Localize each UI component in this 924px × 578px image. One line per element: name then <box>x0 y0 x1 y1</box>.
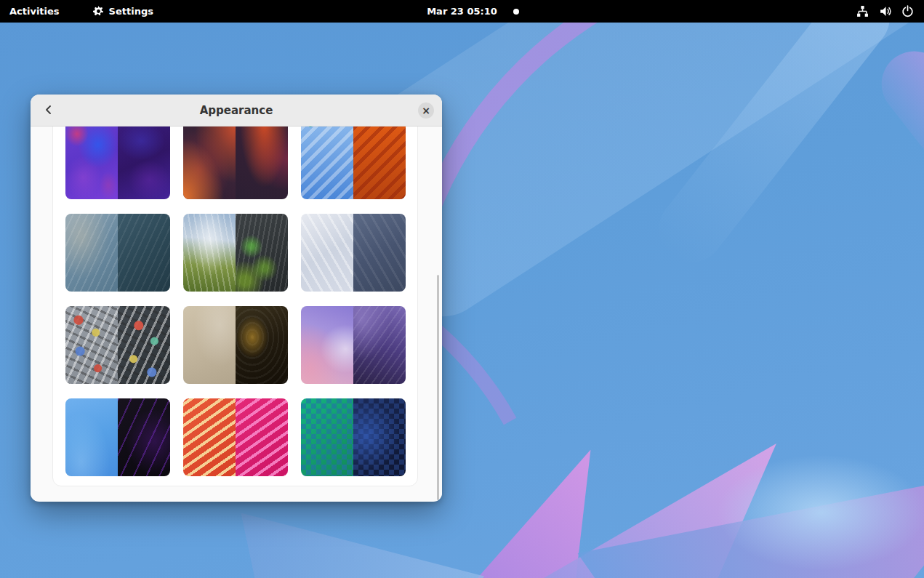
top-bar: Activities Settings Mar 23 05:10 <box>0 0 924 23</box>
clock-button[interactable]: Mar 23 05:10 <box>419 0 505 23</box>
wallpaper-thumbnail-gold[interactable] <box>183 306 288 384</box>
wallpaper-thumbnail-blobs[interactable] <box>65 127 170 199</box>
wallpaper-thumbnail-drool[interactable] <box>183 127 288 199</box>
wallpaper-thumbnail-checkers[interactable] <box>301 398 406 476</box>
system-menu-button[interactable] <box>846 0 924 23</box>
gear-icon <box>93 6 104 17</box>
back-button[interactable] <box>38 100 60 121</box>
status-dot <box>513 9 519 15</box>
window-title: Appearance <box>200 104 273 117</box>
top-bar-right <box>846 0 924 23</box>
top-bar-left: Activities Settings <box>0 0 163 23</box>
wallpaper-thumbnail-pills[interactable] <box>301 127 406 199</box>
volume-icon <box>879 5 891 17</box>
app-menu-label: Settings <box>109 6 153 17</box>
close-button[interactable]: × <box>418 103 434 119</box>
activities-button[interactable]: Activities <box>0 0 69 23</box>
wallpaper-grid <box>65 127 406 476</box>
wallpaper-card <box>52 127 418 486</box>
chevron-left-icon <box>44 105 54 117</box>
scrollbar[interactable] <box>437 275 439 500</box>
close-icon: × <box>422 105 430 116</box>
wallpaper-thumbnail-crystal[interactable] <box>183 214 288 292</box>
wallpaper-thumbnail-adw[interactable] <box>65 398 170 476</box>
wallpaper-thumbnail-feather[interactable] <box>301 214 406 292</box>
settings-window: Appearance × <box>31 95 442 502</box>
appearance-panel <box>31 127 442 501</box>
power-icon <box>901 5 914 17</box>
wallpaper-thumbnail-mosaic[interactable] <box>65 306 170 384</box>
wallpaper-shape <box>716 454 924 571</box>
app-menu-button[interactable]: Settings <box>84 0 163 23</box>
wallpaper-thumbnail-icy[interactable] <box>65 214 170 292</box>
network-wired-icon <box>856 5 869 17</box>
header-bar: Appearance × <box>31 95 442 127</box>
wallpaper-thumbnail-skycrystal[interactable] <box>301 306 406 384</box>
wallpaper-thumbnail-clips[interactable] <box>183 398 288 476</box>
